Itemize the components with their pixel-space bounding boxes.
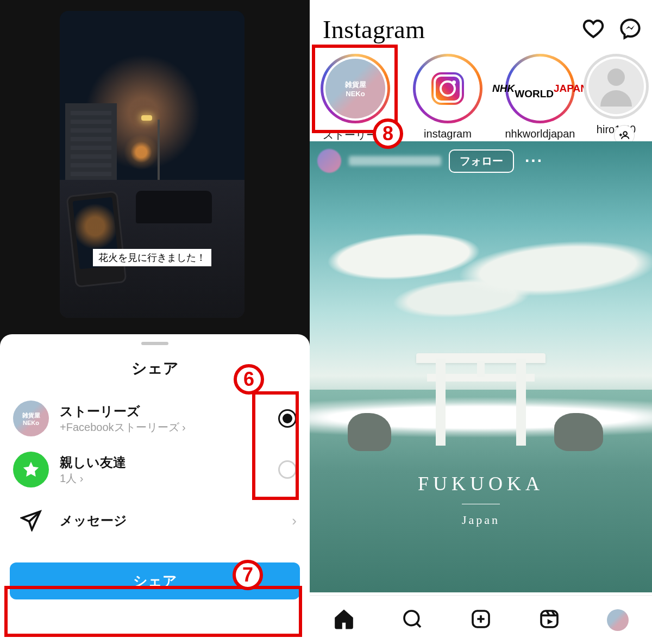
story-item-hiro[interactable]: hiro1.40 <box>594 54 638 142</box>
add-post-icon[interactable] <box>470 608 492 632</box>
stories-tray[interactable]: 雑貨屋NEKo + ストーリーズ instagram NHKWORLDJAPAN… <box>310 49 652 149</box>
share-row-stories[interactable]: ストーリーズ +Facebookストーリーズ › <box>0 393 310 444</box>
story-preview: 花火を見に行きました！ <box>60 11 244 318</box>
share-row-label: ストーリーズ <box>60 403 267 420</box>
post-username-blurred[interactable] <box>349 156 441 166</box>
drag-handle[interactable] <box>141 342 168 345</box>
chevron-right-icon: › <box>292 512 297 529</box>
svg-rect-3 <box>541 611 557 627</box>
instagram-feed-screen: Instagram 雑貨屋NEKo + ストーリーズ instagram NHK… <box>310 0 652 644</box>
more-icon[interactable]: ··· <box>522 152 547 170</box>
story-label: nhkworldjapan <box>505 128 575 140</box>
heart-icon[interactable] <box>582 18 604 42</box>
share-row-close-friends[interactable]: 親しい友達 1人 › <box>0 444 310 495</box>
tab-bar <box>310 595 652 644</box>
story-label: instagram <box>424 128 472 140</box>
annotation-step-8: 8 <box>373 118 403 149</box>
reels-icon[interactable] <box>538 608 560 632</box>
post-avatar[interactable] <box>317 149 341 173</box>
feed-post[interactable]: フォロー ··· FUKUOKA Japan <box>310 141 652 592</box>
messenger-icon[interactable] <box>619 18 641 42</box>
story-caption: 花火を見に行きました！ <box>93 249 211 266</box>
post-header: フォロー ··· <box>317 149 644 173</box>
story-item-instagram[interactable]: instagram <box>410 54 486 142</box>
radio-stories[interactable] <box>278 409 297 428</box>
share-row-label: 親しい友達 <box>60 454 267 471</box>
share-row-label: メッセージ <box>60 512 281 529</box>
share-row-messages[interactable]: メッセージ › <box>0 495 310 546</box>
profile-tab[interactable] <box>607 609 629 631</box>
annotation-step-7: 7 <box>233 560 263 590</box>
svg-point-0 <box>623 132 627 135</box>
story-avatar-icon <box>13 401 49 436</box>
profile-avatar-icon <box>607 609 629 631</box>
instagram-logo[interactable]: Instagram <box>323 15 425 44</box>
send-icon <box>13 503 49 539</box>
follow-button[interactable]: フォロー <box>449 149 514 173</box>
post-caption-sub: Japan <box>310 513 652 527</box>
radio-close-friends[interactable] <box>278 460 297 479</box>
story-item-nhk[interactable]: NHKWORLDJAPAN nhkworldjapan <box>502 54 578 142</box>
home-icon[interactable] <box>333 608 355 632</box>
post-caption-main: FUKUOKA <box>310 472 652 495</box>
post-caption: FUKUOKA Japan <box>310 472 652 527</box>
svg-point-1 <box>404 611 419 626</box>
annotation-step-6: 6 <box>234 364 264 395</box>
story-share-screen: 花火を見に行きました！ シェア ストーリーズ +Facebookストーリーズ ›… <box>0 0 310 644</box>
search-icon[interactable] <box>402 608 423 632</box>
ig-header: Instagram <box>310 0 652 49</box>
share-row-sub: +Facebookストーリーズ › <box>60 420 267 434</box>
star-icon <box>13 452 49 487</box>
share-row-sub: 1人 › <box>60 471 267 485</box>
